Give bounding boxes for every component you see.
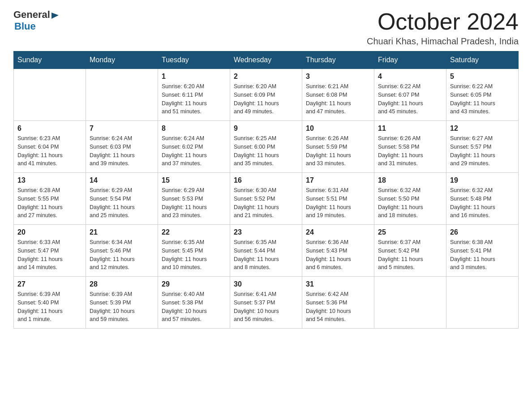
day-number: 6 xyxy=(17,124,82,133)
day-number: 12 xyxy=(450,124,515,133)
calendar-cell: 2Sunrise: 6:20 AM Sunset: 6:09 PM Daylig… xyxy=(230,69,302,121)
calendar-cell xyxy=(14,69,86,121)
day-info: Sunrise: 6:40 AM Sunset: 5:38 PM Dayligh… xyxy=(162,290,226,324)
calendar-cell: 11Sunrise: 6:26 AM Sunset: 5:58 PM Dayli… xyxy=(374,121,446,173)
calendar-cell: 13Sunrise: 6:28 AM Sunset: 5:55 PM Dayli… xyxy=(14,173,86,225)
title-section: October 2024 Chuari Khas, Himachal Prade… xyxy=(367,9,519,47)
calendar-cell: 30Sunrise: 6:41 AM Sunset: 5:37 PM Dayli… xyxy=(230,277,302,329)
day-number: 27 xyxy=(17,280,82,288)
day-info: Sunrise: 6:35 AM Sunset: 5:45 PM Dayligh… xyxy=(162,238,226,272)
calendar-weekday-sunday: Sunday xyxy=(14,51,86,69)
day-info: Sunrise: 6:24 AM Sunset: 6:03 PM Dayligh… xyxy=(90,134,154,168)
calendar-cell: 15Sunrise: 6:29 AM Sunset: 5:53 PM Dayli… xyxy=(158,173,230,225)
day-info: Sunrise: 6:27 AM Sunset: 5:57 PM Dayligh… xyxy=(450,134,515,168)
calendar-cell: 4Sunrise: 6:22 AM Sunset: 6:07 PM Daylig… xyxy=(374,69,446,121)
calendar-cell: 28Sunrise: 6:39 AM Sunset: 5:39 PM Dayli… xyxy=(86,277,158,329)
calendar-cell: 6Sunrise: 6:23 AM Sunset: 6:04 PM Daylig… xyxy=(14,121,86,173)
calendar-week-row: 20Sunrise: 6:33 AM Sunset: 5:47 PM Dayli… xyxy=(14,225,519,277)
day-info: Sunrise: 6:41 AM Sunset: 5:37 PM Dayligh… xyxy=(234,290,298,324)
day-info: Sunrise: 6:35 AM Sunset: 5:44 PM Dayligh… xyxy=(234,238,298,272)
svg-marker-0 xyxy=(51,13,59,19)
day-info: Sunrise: 6:21 AM Sunset: 6:08 PM Dayligh… xyxy=(306,82,370,116)
day-info: Sunrise: 6:25 AM Sunset: 6:00 PM Dayligh… xyxy=(234,134,298,168)
calendar-cell: 19Sunrise: 6:32 AM Sunset: 5:48 PM Dayli… xyxy=(446,173,519,225)
calendar-cell xyxy=(86,69,158,121)
day-number: 17 xyxy=(306,176,370,184)
day-number: 22 xyxy=(162,228,226,236)
day-info: Sunrise: 6:20 AM Sunset: 6:11 PM Dayligh… xyxy=(162,82,226,116)
day-number: 1 xyxy=(162,73,226,81)
day-info: Sunrise: 6:34 AM Sunset: 5:46 PM Dayligh… xyxy=(90,238,154,272)
calendar-cell xyxy=(446,277,519,329)
calendar-weekday-wednesday: Wednesday xyxy=(230,51,302,69)
calendar-cell: 7Sunrise: 6:24 AM Sunset: 6:03 PM Daylig… xyxy=(86,121,158,173)
calendar-week-row: 13Sunrise: 6:28 AM Sunset: 5:55 PM Dayli… xyxy=(14,173,519,225)
calendar-cell: 3Sunrise: 6:21 AM Sunset: 6:08 PM Daylig… xyxy=(302,69,374,121)
day-info: Sunrise: 6:31 AM Sunset: 5:51 PM Dayligh… xyxy=(306,186,370,220)
calendar-cell: 12Sunrise: 6:27 AM Sunset: 5:57 PM Dayli… xyxy=(446,121,519,173)
day-info: Sunrise: 6:42 AM Sunset: 5:36 PM Dayligh… xyxy=(306,290,370,324)
month-title: October 2024 xyxy=(367,9,519,34)
logo-general-text: General xyxy=(13,9,50,21)
day-info: Sunrise: 6:32 AM Sunset: 5:50 PM Dayligh… xyxy=(378,186,442,220)
calendar-table: SundayMondayTuesdayWednesdayThursdayFrid… xyxy=(13,51,519,329)
day-number: 23 xyxy=(234,228,298,236)
day-number: 29 xyxy=(162,280,226,288)
day-info: Sunrise: 6:22 AM Sunset: 6:05 PM Dayligh… xyxy=(450,82,515,116)
calendar-week-row: 1Sunrise: 6:20 AM Sunset: 6:11 PM Daylig… xyxy=(14,69,519,121)
logo: General Blue xyxy=(13,9,60,32)
day-number: 11 xyxy=(378,124,442,133)
day-info: Sunrise: 6:26 AM Sunset: 5:58 PM Dayligh… xyxy=(378,134,442,168)
day-number: 3 xyxy=(306,73,370,81)
day-number: 8 xyxy=(162,124,226,133)
day-info: Sunrise: 6:26 AM Sunset: 5:59 PM Dayligh… xyxy=(306,134,370,168)
calendar-cell: 29Sunrise: 6:40 AM Sunset: 5:38 PM Dayli… xyxy=(158,277,230,329)
calendar-cell: 27Sunrise: 6:39 AM Sunset: 5:40 PM Dayli… xyxy=(14,277,86,329)
day-info: Sunrise: 6:39 AM Sunset: 5:39 PM Dayligh… xyxy=(90,290,154,324)
calendar-cell: 26Sunrise: 6:38 AM Sunset: 5:41 PM Dayli… xyxy=(446,225,519,277)
calendar-cell: 23Sunrise: 6:35 AM Sunset: 5:44 PM Dayli… xyxy=(230,225,302,277)
calendar-cell xyxy=(374,277,446,329)
calendar-cell: 20Sunrise: 6:33 AM Sunset: 5:47 PM Dayli… xyxy=(14,225,86,277)
day-info: Sunrise: 6:24 AM Sunset: 6:02 PM Dayligh… xyxy=(162,134,226,168)
day-info: Sunrise: 6:22 AM Sunset: 6:07 PM Dayligh… xyxy=(378,82,442,116)
day-number: 10 xyxy=(306,124,370,133)
calendar-week-row: 27Sunrise: 6:39 AM Sunset: 5:40 PM Dayli… xyxy=(14,277,519,329)
day-info: Sunrise: 6:29 AM Sunset: 5:53 PM Dayligh… xyxy=(162,186,226,220)
day-number: 28 xyxy=(90,280,154,288)
day-info: Sunrise: 6:32 AM Sunset: 5:48 PM Dayligh… xyxy=(450,186,515,220)
day-number: 18 xyxy=(378,176,442,184)
day-number: 31 xyxy=(306,280,370,288)
day-info: Sunrise: 6:28 AM Sunset: 5:55 PM Dayligh… xyxy=(17,186,82,220)
calendar-cell: 31Sunrise: 6:42 AM Sunset: 5:36 PM Dayli… xyxy=(302,277,374,329)
calendar-cell: 1Sunrise: 6:20 AM Sunset: 6:11 PM Daylig… xyxy=(158,69,230,121)
day-number: 9 xyxy=(234,124,298,133)
calendar-cell: 21Sunrise: 6:34 AM Sunset: 5:46 PM Dayli… xyxy=(86,225,158,277)
day-number: 5 xyxy=(450,73,515,81)
day-number: 19 xyxy=(450,176,515,184)
day-number: 15 xyxy=(162,176,226,184)
day-number: 16 xyxy=(234,176,298,184)
calendar-cell: 10Sunrise: 6:26 AM Sunset: 5:59 PM Dayli… xyxy=(302,121,374,173)
calendar-cell: 8Sunrise: 6:24 AM Sunset: 6:02 PM Daylig… xyxy=(158,121,230,173)
day-number: 7 xyxy=(90,124,154,133)
calendar-weekday-monday: Monday xyxy=(86,51,158,69)
day-number: 25 xyxy=(378,228,442,236)
day-info: Sunrise: 6:29 AM Sunset: 5:54 PM Dayligh… xyxy=(90,186,154,220)
calendar-cell: 25Sunrise: 6:37 AM Sunset: 5:42 PM Dayli… xyxy=(374,225,446,277)
day-number: 4 xyxy=(378,73,442,81)
calendar-header-row: SundayMondayTuesdayWednesdayThursdayFrid… xyxy=(14,51,519,69)
day-info: Sunrise: 6:23 AM Sunset: 6:04 PM Dayligh… xyxy=(17,134,82,168)
day-number: 20 xyxy=(17,228,82,236)
day-number: 2 xyxy=(234,73,298,81)
day-info: Sunrise: 6:37 AM Sunset: 5:42 PM Dayligh… xyxy=(378,238,442,272)
day-info: Sunrise: 6:20 AM Sunset: 6:09 PM Dayligh… xyxy=(234,82,298,116)
day-number: 30 xyxy=(234,280,298,288)
calendar-cell: 14Sunrise: 6:29 AM Sunset: 5:54 PM Dayli… xyxy=(86,173,158,225)
calendar-cell: 5Sunrise: 6:22 AM Sunset: 6:05 PM Daylig… xyxy=(446,69,519,121)
calendar-cell: 17Sunrise: 6:31 AM Sunset: 5:51 PM Dayli… xyxy=(302,173,374,225)
calendar-week-row: 6Sunrise: 6:23 AM Sunset: 6:04 PM Daylig… xyxy=(14,121,519,173)
calendar-cell: 9Sunrise: 6:25 AM Sunset: 6:00 PM Daylig… xyxy=(230,121,302,173)
calendar-cell: 24Sunrise: 6:36 AM Sunset: 5:43 PM Dayli… xyxy=(302,225,374,277)
calendar-weekday-thursday: Thursday xyxy=(302,51,374,69)
